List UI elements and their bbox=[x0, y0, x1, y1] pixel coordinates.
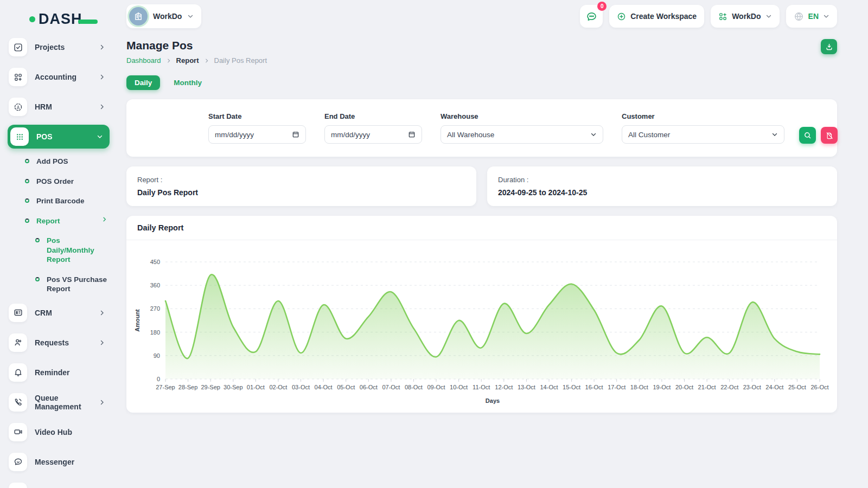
svg-text:24-Oct: 24-Oct bbox=[765, 384, 783, 390]
sidebar-item-label: Queue Management bbox=[35, 394, 91, 411]
warehouse-value: All Warehouse bbox=[447, 131, 586, 139]
language-selector[interactable]: EN bbox=[786, 5, 837, 28]
report-label: Report : bbox=[137, 176, 465, 184]
svg-text:28-Sep: 28-Sep bbox=[178, 384, 197, 390]
svg-text:17-Oct: 17-Oct bbox=[608, 384, 626, 390]
calendar-icon[interactable] bbox=[292, 131, 299, 138]
sidebar-subitem-pos-order[interactable]: POS Order bbox=[23, 174, 110, 190]
breadcrumb-report[interactable]: Report bbox=[176, 56, 199, 65]
chevron-right-icon bbox=[101, 216, 107, 222]
duration-label: Duration : bbox=[498, 176, 826, 184]
sidebar-subitem-report[interactable]: Report bbox=[23, 213, 110, 229]
sidebar-item-reminder[interactable]: Reminder bbox=[8, 361, 110, 384]
end-date-input[interactable]: mm/dd/yyyy bbox=[324, 125, 422, 144]
subitem-label: Print Barcode bbox=[36, 196, 107, 206]
download-icon bbox=[825, 43, 833, 51]
sidebar-item-label: Reminder bbox=[35, 368, 105, 377]
sidebar-item-projects[interactable]: Projects bbox=[8, 35, 110, 59]
chevron-down-icon bbox=[765, 13, 772, 20]
workdo-menu-label: WorkDo bbox=[732, 12, 761, 21]
svg-text:05-Oct: 05-Oct bbox=[337, 384, 355, 390]
start-date-input[interactable]: mm/dd/yyyy bbox=[208, 125, 306, 144]
svg-text:23-Oct: 23-Oct bbox=[743, 384, 761, 390]
sidebar-item-video-hub[interactable]: Video Hub bbox=[8, 420, 110, 444]
calendar-icon[interactable] bbox=[408, 131, 416, 138]
svg-text:18-Oct: 18-Oct bbox=[630, 384, 648, 390]
breadcrumb-dashboard[interactable]: Dashboard bbox=[126, 56, 161, 65]
svg-text:22-Oct: 22-Oct bbox=[720, 384, 738, 390]
workdo-menu-button[interactable]: WorkDo bbox=[711, 5, 779, 28]
customer-field-group: Customer All Customer bbox=[622, 112, 784, 144]
svg-text:27-Sep: 27-Sep bbox=[156, 384, 175, 390]
phone-call-icon bbox=[9, 393, 27, 412]
svg-text:02-Oct: 02-Oct bbox=[269, 384, 287, 390]
end-date-label: End Date bbox=[324, 112, 422, 120]
chevron-right-icon bbox=[99, 44, 105, 50]
summary-row: Report : Daily Pos Report Duration : 202… bbox=[126, 166, 837, 206]
svg-text:360: 360 bbox=[150, 282, 160, 288]
topbar-actions: 0 Create Workspace WorkDo EN bbox=[580, 5, 837, 28]
svg-text:06-Oct: 06-Oct bbox=[360, 384, 378, 390]
svg-text:21-Oct: 21-Oct bbox=[698, 384, 716, 390]
search-icon bbox=[803, 131, 812, 139]
daily-report-card: Daily Report 09018027036045027-Sep28-Sep… bbox=[126, 216, 837, 413]
page-title: Manage Pos bbox=[126, 39, 267, 52]
svg-text:25-Oct: 25-Oct bbox=[788, 384, 806, 390]
sidebar-item-queue-management[interactable]: Queue Management bbox=[8, 390, 110, 414]
customer-select[interactable]: All Customer bbox=[622, 125, 784, 144]
sidebar-item-messenger[interactable]: Messenger bbox=[8, 450, 110, 474]
bullet-icon bbox=[35, 277, 40, 281]
report-period-tabs: Daily Monthly bbox=[126, 75, 837, 90]
file-off-icon bbox=[826, 132, 833, 139]
chevron-right-icon bbox=[99, 399, 105, 406]
create-workspace-label: Create Workspace bbox=[630, 12, 697, 21]
chat-dots-icon bbox=[586, 11, 597, 22]
sidebar-item-hrm[interactable]: HRM bbox=[8, 95, 110, 119]
customer-value: All Customer bbox=[628, 131, 767, 139]
tab-daily[interactable]: Daily bbox=[126, 75, 160, 90]
report-value: Daily Pos Report bbox=[137, 188, 465, 197]
chevron-right-icon bbox=[99, 74, 105, 80]
daily-report-area-chart[interactable]: 09018027036045027-Sep28-Sep29-Sep30-Sep0… bbox=[131, 249, 829, 409]
sidebar-item-label: CRM bbox=[35, 309, 91, 317]
apply-filter-button[interactable] bbox=[799, 127, 816, 144]
chart-area: 09018027036045027-Sep28-Sep29-Sep30-Sep0… bbox=[126, 240, 837, 413]
sidebar-subitem-add-pos[interactable]: Add POS bbox=[23, 153, 110, 170]
sidebar-subitem-pos-vs-purchase-report[interactable]: Pos VS Purchase Report bbox=[33, 272, 110, 297]
breadcrumb-current: Daily Pos Report bbox=[214, 56, 267, 65]
sidebar-subitem-pos-daily-monthly-report[interactable]: Pos Daily/Monthly Report bbox=[33, 233, 110, 268]
warehouse-select[interactable]: All Warehouse bbox=[441, 125, 603, 144]
filter-actions bbox=[799, 127, 838, 144]
svg-text:270: 270 bbox=[150, 305, 160, 312]
bell-icon bbox=[9, 363, 27, 382]
headset-icon bbox=[9, 483, 27, 488]
main-content: WorkDo 0 Create Workspace WorkDo bbox=[115, 0, 868, 413]
create-workspace-button[interactable]: Create Workspace bbox=[609, 5, 704, 28]
svg-text:0: 0 bbox=[157, 376, 160, 382]
dots-grid-icon bbox=[10, 127, 29, 146]
svg-text:Amount: Amount bbox=[134, 309, 141, 332]
svg-text:11-Oct: 11-Oct bbox=[473, 384, 490, 390]
sidebar-item-requests[interactable]: Requests bbox=[8, 331, 110, 355]
svg-text:30-Sep: 30-Sep bbox=[224, 384, 242, 390]
brand-logo[interactable]: DASH bbox=[8, 8, 110, 35]
chevron-down-icon bbox=[771, 131, 778, 138]
bullet-icon bbox=[25, 159, 29, 163]
svg-text:13-Oct: 13-Oct bbox=[518, 384, 535, 390]
sidebar-item-helpdesk[interactable]: Helpdesk bbox=[8, 480, 110, 488]
tab-monthly[interactable]: Monthly bbox=[165, 75, 210, 90]
messages-button[interactable]: 0 bbox=[580, 5, 603, 28]
pos-submenu: Add POS POS Order Print Barcode Report P… bbox=[8, 153, 110, 301]
workspace-selector[interactable]: WorkDo bbox=[126, 4, 201, 28]
svg-text:450: 450 bbox=[150, 259, 160, 265]
svg-text:15-Oct: 15-Oct bbox=[563, 384, 580, 390]
svg-text:Days: Days bbox=[486, 397, 500, 404]
download-report-button[interactable] bbox=[821, 39, 837, 54]
plus-circle-icon bbox=[617, 12, 626, 21]
customer-label: Customer bbox=[622, 112, 784, 120]
clear-filter-button[interactable] bbox=[821, 127, 838, 144]
sidebar-item-crm[interactable]: CRM bbox=[8, 301, 110, 325]
sidebar-item-accounting[interactable]: Accounting bbox=[8, 65, 110, 89]
sidebar-subitem-print-barcode[interactable]: Print Barcode bbox=[23, 193, 110, 209]
sidebar-item-pos[interactable]: POS bbox=[8, 125, 110, 149]
